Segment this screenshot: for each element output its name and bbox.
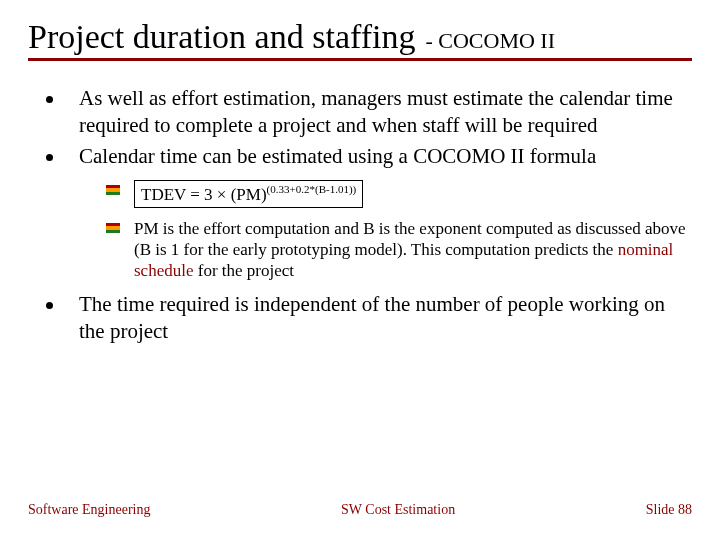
bullet-dot-icon bbox=[46, 96, 53, 103]
dash-bullet-icon bbox=[106, 185, 120, 195]
bullet-text: As well as effort estimation, managers m… bbox=[79, 85, 686, 139]
formula-times: × bbox=[217, 184, 227, 203]
sub-note-post: for the project bbox=[193, 261, 294, 280]
bullet-item: The time required is independent of the … bbox=[46, 291, 686, 345]
footer-right: Slide 88 bbox=[646, 502, 692, 518]
title-bar: Project duration and staffing - COCOMO I… bbox=[28, 18, 692, 61]
formula-lead: TDEV = 3 bbox=[141, 184, 217, 203]
sub-item: PM is the effort computation and B is th… bbox=[106, 218, 686, 282]
sub-note: PM is the effort computation and B is th… bbox=[134, 218, 686, 282]
slide-subtitle: - COCOMO II bbox=[425, 28, 555, 53]
bullet-dot-icon bbox=[46, 154, 53, 161]
bullet-item: As well as effort estimation, managers m… bbox=[46, 85, 686, 139]
slide-title: Project duration and staffing bbox=[28, 18, 415, 55]
formula-exponent: (0.33+0.2*(B-1.01)) bbox=[267, 183, 357, 195]
bullet-text: Calendar time can be estimated using a C… bbox=[79, 143, 596, 170]
formula-mid: (PM) bbox=[226, 184, 266, 203]
dash-bullet-icon bbox=[106, 223, 120, 233]
footer-center: SW Cost Estimation bbox=[341, 502, 455, 518]
bullet-dot-icon bbox=[46, 302, 53, 309]
sub-item: TDEV = 3 × (PM)(0.33+0.2*(B-1.01)) bbox=[106, 180, 686, 208]
bullet-item: Calendar time can be estimated using a C… bbox=[46, 143, 686, 170]
formula-box: TDEV = 3 × (PM)(0.33+0.2*(B-1.01)) bbox=[134, 180, 363, 208]
content-body: As well as effort estimation, managers m… bbox=[28, 85, 692, 345]
formula-line: TDEV = 3 × (PM)(0.33+0.2*(B-1.01)) bbox=[134, 180, 363, 208]
footer: Software Engineering SW Cost Estimation … bbox=[0, 502, 720, 518]
footer-left: Software Engineering bbox=[28, 502, 150, 518]
bullet-text: The time required is independent of the … bbox=[79, 291, 686, 345]
sub-note-pre: PM is the effort computation and B is th… bbox=[134, 219, 686, 259]
sub-list: TDEV = 3 × (PM)(0.33+0.2*(B-1.01)) PM is… bbox=[106, 180, 686, 282]
